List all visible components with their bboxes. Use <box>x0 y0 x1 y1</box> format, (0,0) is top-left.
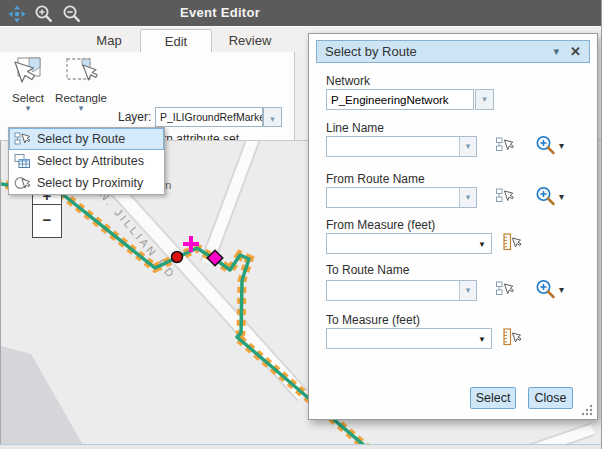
to-measure-pick-on-map-button[interactable] <box>501 328 522 350</box>
app-title: Event Editor <box>0 5 440 20</box>
select-tool-caret-icon[interactable]: ▾ <box>4 104 52 112</box>
select-tool-icon <box>10 55 46 87</box>
to-route-input[interactable] <box>327 281 458 300</box>
pick-route-on-map-icon <box>495 187 514 204</box>
to-route-label: To Route Name <box>326 263 409 277</box>
event-editor-window: Event Editor Map Edit Review Select ▾ Re… <box>0 0 602 449</box>
tab-edit[interactable]: Edit <box>140 29 212 52</box>
from-route-dropdown-button[interactable]: ▾ <box>459 188 476 207</box>
rectangle-tool-icon <box>63 55 99 87</box>
select-by-attributes-icon <box>14 153 31 169</box>
dialog-header[interactable]: Select by Route ▾ ✕ <box>316 40 590 63</box>
line-name-input[interactable] <box>327 137 458 156</box>
rectangle-tool-caret-icon[interactable]: ▾ <box>54 104 108 112</box>
map-zoom-out-button[interactable]: − <box>33 205 61 237</box>
from-measure-combo[interactable]: ▼ <box>326 233 492 254</box>
rectangle-tool-button[interactable]: Rectangle ▾ <box>54 55 108 112</box>
tab-review[interactable]: Review <box>212 29 288 52</box>
from-measure-arrow-icon[interactable]: ▼ <box>478 240 486 249</box>
line-name-combo[interactable]: ▾ <box>326 136 477 157</box>
close-button[interactable]: Close <box>528 387 573 409</box>
from-measure-pick-on-map-button[interactable] <box>501 233 522 255</box>
to-route-zoom-caret-icon[interactable]: ▾ <box>559 284 564 295</box>
from-measure-input[interactable] <box>327 234 473 253</box>
from-measure-label: From Measure (feet) <box>326 218 435 232</box>
zoom-magnifier-icon <box>535 186 556 206</box>
line-name-zoom-button[interactable] <box>535 135 556 159</box>
map-land-parcel <box>1 346 83 444</box>
to-route-dropdown-button[interactable]: ▾ <box>459 281 476 300</box>
resize-grip[interactable] <box>580 403 593 416</box>
pick-route-on-map-icon <box>495 280 514 297</box>
menu-item-label: Select by Attributes <box>37 154 144 168</box>
dialog-close-icon[interactable]: ✕ <box>570 41 581 62</box>
titlebar: Event Editor <box>0 0 602 27</box>
from-route-caret-icon: ▾ <box>466 192 471 202</box>
to-measure-combo[interactable]: ▼ <box>326 328 492 349</box>
layer-caret-icon: ▾ <box>270 114 275 124</box>
from-route-label: From Route Name <box>326 172 425 186</box>
dialog-menu-caret-icon[interactable]: ▾ <box>553 41 559 62</box>
dialog-title: Select by Route <box>325 44 417 59</box>
select-tool-menu: Select by Route Select by Attributes Sel… <box>8 127 165 195</box>
menu-item-label: Select by Route <box>37 132 125 146</box>
from-route-zoom-caret-icon[interactable]: ▾ <box>559 191 564 202</box>
line-name-pick-on-map-button[interactable] <box>495 136 514 157</box>
select-by-route-dialog: Select by Route ▾ ✕ Network ▾ Line Name … <box>308 33 598 420</box>
menu-item-select-by-route[interactable]: Select by Route <box>9 128 164 150</box>
select-by-route-icon <box>14 131 31 147</box>
from-route-zoom-button[interactable] <box>535 186 556 210</box>
red-point-marker[interactable] <box>172 252 183 263</box>
menu-item-select-by-proximity[interactable]: Select by Proximity <box>9 172 164 194</box>
line-name-label: Line Name <box>326 121 384 135</box>
layer-select[interactable]: P_ILIGroundRefMarkers <box>155 107 263 127</box>
line-name-dropdown-button[interactable]: ▾ <box>459 137 476 156</box>
network-input[interactable] <box>327 90 473 109</box>
to-route-combo[interactable]: ▾ <box>326 280 477 301</box>
select-by-proximity-icon <box>14 175 31 191</box>
select-button[interactable]: Select <box>470 387 516 409</box>
to-measure-label: To Measure (feet) <box>326 313 420 327</box>
zoom-magnifier-icon <box>535 279 556 299</box>
network-label: Network <box>326 74 370 88</box>
pick-measure-ruler-icon <box>501 233 522 251</box>
tab-map[interactable]: Map <box>78 29 140 52</box>
pick-measure-ruler-icon <box>501 328 522 346</box>
network-combo[interactable] <box>326 89 474 110</box>
to-measure-arrow-icon[interactable]: ▼ <box>478 335 486 344</box>
from-route-combo[interactable]: ▾ <box>326 187 477 208</box>
to-route-caret-icon: ▾ <box>466 285 471 295</box>
layer-dropdown-button[interactable]: ▾ <box>263 107 282 127</box>
to-measure-input[interactable] <box>327 329 473 348</box>
layer-label: Layer: <box>118 110 151 124</box>
to-route-pick-on-map-button[interactable] <box>495 280 514 301</box>
from-route-input[interactable] <box>327 188 458 207</box>
menu-item-select-by-attributes[interactable]: Select by Attributes <box>9 150 164 172</box>
window-bottom-strip <box>0 444 602 449</box>
zoom-magnifier-icon <box>535 135 556 155</box>
menu-item-label: Select by Proximity <box>37 176 143 190</box>
map-zoom-control: + − <box>32 188 62 238</box>
to-route-zoom-button[interactable] <box>535 279 556 303</box>
pick-route-on-map-icon <box>495 136 514 153</box>
line-name-caret-icon: ▾ <box>466 141 471 151</box>
network-caret-icon: ▾ <box>482 94 487 104</box>
select-tool-button[interactable]: Select ▾ <box>4 55 52 112</box>
line-name-zoom-caret-icon[interactable]: ▾ <box>559 140 564 151</box>
network-dropdown-button[interactable]: ▾ <box>475 89 494 110</box>
from-route-pick-on-map-button[interactable] <box>495 187 514 208</box>
